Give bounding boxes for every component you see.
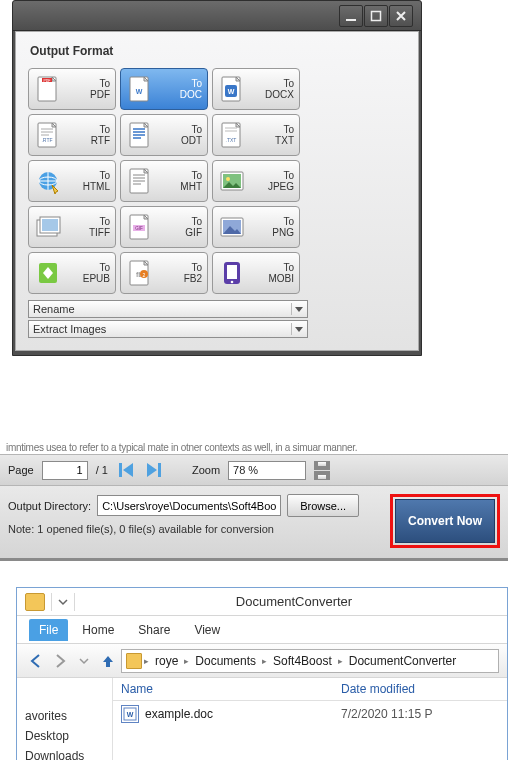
format-grid: PDFToPDFWToDOCWToDOCX.RTFToRTFToODT.TXTT… [28, 68, 406, 294]
doc-icon: W [125, 74, 155, 104]
tab-view[interactable]: View [184, 619, 230, 641]
format-pdf-button[interactable]: PDFToPDF [28, 68, 116, 110]
format-label: ToPDF [63, 78, 111, 100]
breadcrumb-segment[interactable]: DocumentConverter [345, 654, 460, 668]
format-docx-button[interactable]: WToDOCX [212, 68, 300, 110]
format-html-button[interactable]: ToHTML [28, 160, 116, 202]
titlebar [13, 1, 421, 31]
output-directory-label: Output Directory: [8, 500, 91, 512]
format-label: ToTIFF [63, 216, 111, 238]
fb2-icon: fb2 [125, 258, 155, 288]
svg-text:W: W [136, 88, 143, 95]
svg-rect-0 [346, 19, 356, 21]
svg-point-21 [226, 177, 230, 181]
first-page-button[interactable] [116, 461, 136, 479]
jpeg-icon [217, 166, 247, 196]
file-row[interactable]: Wexample.doc7/2/2020 11:15 P [113, 701, 507, 727]
format-epub-button[interactable]: ToEPUB [28, 252, 116, 294]
format-tiff-button[interactable]: ToTIFF [28, 206, 116, 248]
nav-desktop[interactable]: Desktop [23, 726, 106, 746]
gif-icon: GIF [125, 212, 155, 242]
last-page-button[interactable] [144, 461, 164, 479]
extract-combo-label: Extract Images [33, 323, 106, 335]
explorer-title: DocumentConverter [81, 594, 507, 609]
format-label: ToHTML [63, 170, 111, 192]
output-directory-input[interactable] [97, 495, 281, 516]
rename-combo[interactable]: Rename [28, 300, 308, 318]
zoom-select[interactable]: 78 % [228, 461, 306, 480]
stepper-down-icon[interactable] [314, 471, 330, 480]
convert-now-button[interactable]: Convert Now [395, 499, 495, 543]
format-mht-button[interactable]: ToMHT [120, 160, 208, 202]
up-button[interactable] [97, 650, 119, 672]
back-button[interactable] [25, 650, 47, 672]
explorer-window: DocumentConverter File Home Share View ▸… [16, 587, 508, 760]
breadcrumb-segment[interactable]: Documents [191, 654, 260, 668]
format-fb2-button[interactable]: fb2ToFB2 [120, 252, 208, 294]
nav-pane: avorites Desktop Downloads [17, 678, 113, 760]
format-label: ToDOCX [247, 78, 295, 100]
svg-rect-24 [42, 219, 58, 231]
svg-rect-1 [372, 11, 381, 20]
minimize-button[interactable] [339, 5, 363, 27]
svg-rect-39 [158, 463, 161, 477]
breadcrumb-segment[interactable]: Soft4Boost [269, 654, 336, 668]
page-toolbar: Page / 1 Zoom 78 % [0, 454, 508, 486]
format-label: ToGIF [155, 216, 203, 238]
tiff-icon [33, 212, 63, 242]
browse-button[interactable]: Browse... [287, 494, 359, 517]
zoom-value: 78 % [233, 464, 258, 476]
nav-favorites[interactable]: avorites [23, 706, 106, 726]
format-doc-button[interactable]: WToDOC [120, 68, 208, 110]
chevron-down-icon [291, 303, 305, 315]
format-mobi-button[interactable]: ToMOBI [212, 252, 300, 294]
conversion-note: Note: 1 opened file(s), 0 file(s) availa… [8, 523, 359, 535]
explorer-nav: ▸ roye▸ Documents▸ Soft4Boost▸ DocumentC… [17, 644, 507, 678]
breadcrumb[interactable]: ▸ roye▸ Documents▸ Soft4Boost▸ DocumentC… [121, 649, 499, 673]
format-label: ToFB2 [155, 262, 203, 284]
extract-images-combo[interactable]: Extract Images [28, 320, 308, 338]
pdf-icon: PDF [33, 74, 63, 104]
svg-text:.RTF: .RTF [41, 137, 52, 143]
stepper-up-icon[interactable] [314, 461, 330, 470]
tab-file[interactable]: File [29, 619, 68, 641]
format-label: ToMOBI [247, 262, 295, 284]
docx-icon: W [217, 74, 247, 104]
svg-text:GIF: GIF [135, 226, 143, 231]
close-button[interactable] [389, 5, 413, 27]
tab-share[interactable]: Share [128, 619, 180, 641]
maximize-button[interactable] [364, 5, 388, 27]
svg-rect-36 [227, 265, 237, 279]
file-list: Name Date modified Wexample.doc7/2/2020 … [113, 678, 507, 760]
convert-highlight: Convert Now [390, 494, 500, 548]
format-txt-button[interactable]: .TXTToTXT [212, 114, 300, 156]
cutoff-text: imntimes usea to refer to a typical mate… [0, 442, 508, 453]
zoom-label: Zoom [192, 464, 220, 476]
column-name[interactable]: Name [121, 682, 341, 696]
html-icon [33, 166, 63, 196]
format-rtf-button[interactable]: .RTFToRTF [28, 114, 116, 156]
tab-home[interactable]: Home [72, 619, 124, 641]
format-png-button[interactable]: ToPNG [212, 206, 300, 248]
file-date: 7/2/2020 11:15 P [341, 707, 432, 721]
epub-icon [33, 258, 63, 288]
forward-button[interactable] [49, 650, 71, 672]
svg-text:W: W [127, 711, 134, 718]
folder-icon [25, 593, 45, 611]
column-headers[interactable]: Name Date modified [113, 678, 507, 701]
breadcrumb-segment[interactable]: roye [151, 654, 182, 668]
format-label: ToODT [155, 124, 203, 146]
column-date[interactable]: Date modified [341, 682, 415, 696]
chevron-down-icon[interactable] [58, 597, 68, 607]
format-odt-button[interactable]: ToODT [120, 114, 208, 156]
zoom-stepper[interactable] [314, 461, 330, 480]
format-label: ToDOC [155, 78, 203, 100]
nav-downloads[interactable]: Downloads [23, 746, 106, 760]
format-jpeg-button[interactable]: ToJPEG [212, 160, 300, 202]
format-label: ToJPEG [247, 170, 295, 192]
page-input[interactable] [42, 461, 88, 480]
format-gif-button[interactable]: GIFToGIF [120, 206, 208, 248]
recent-locations-button[interactable] [73, 650, 95, 672]
format-label: ToMHT [155, 170, 203, 192]
page-total: / 1 [96, 464, 108, 476]
